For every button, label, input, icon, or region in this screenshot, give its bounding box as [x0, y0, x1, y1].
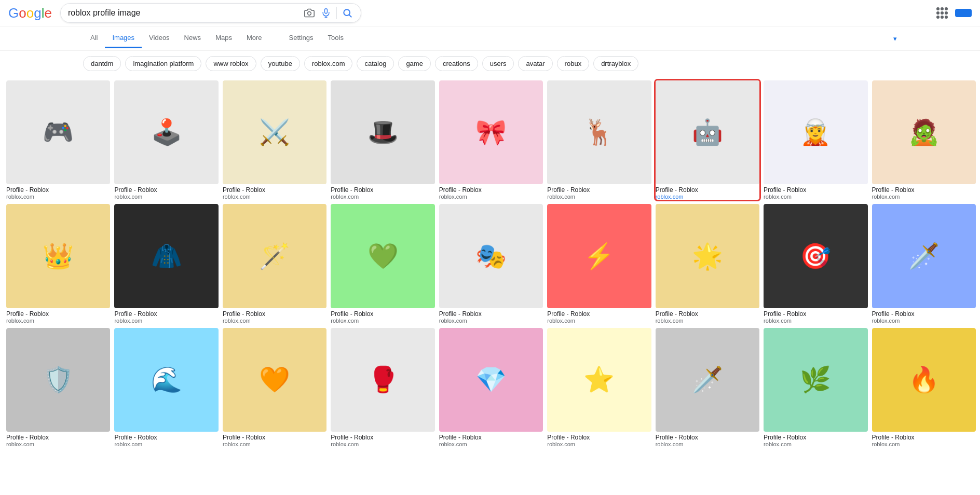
image-thumbnail: 🤖: [656, 80, 759, 184]
tab-maps[interactable]: Maps: [208, 29, 239, 48]
image-card[interactable]: 🎮Profile - Robloxroblox.com: [6, 80, 110, 200]
image-character-icon: 💎: [475, 367, 507, 392]
image-character-icon: 🦌: [583, 120, 615, 145]
image-source: roblox.com: [656, 318, 759, 324]
filter-chip-3[interactable]: youtube: [261, 56, 300, 71]
image-source: roblox.com: [872, 194, 976, 200]
image-card[interactable]: 🧡Profile - Robloxroblox.com: [223, 328, 326, 447]
image-source: roblox.com: [6, 318, 110, 324]
tab-images[interactable]: Images: [105, 29, 142, 48]
tab-tools[interactable]: Tools: [321, 29, 351, 48]
image-card[interactable]: 🌟Profile - Robloxroblox.com: [656, 204, 759, 323]
search-button[interactable]: [341, 7, 353, 19]
filter-chip-10[interactable]: robux: [557, 56, 590, 71]
tab-settings[interactable]: Settings: [282, 29, 321, 48]
image-title: Profile - Roblox: [331, 186, 434, 194]
logo-o1: o: [19, 5, 26, 21]
header-right: [936, 7, 972, 19]
image-card[interactable]: 💎Profile - Robloxroblox.com: [439, 328, 543, 447]
image-thumbnail: 🕹️: [114, 80, 218, 184]
image-source: roblox.com: [547, 318, 651, 324]
image-card[interactable]: 🌿Profile - Robloxroblox.com: [764, 328, 867, 447]
image-title: Profile - Roblox: [656, 310, 759, 318]
image-card[interactable]: 🔥Profile - Robloxroblox.com: [872, 328, 976, 447]
image-source: roblox.com: [223, 318, 326, 324]
filter-chip-11[interactable]: drtrayblox: [593, 56, 638, 71]
image-source: roblox.com: [656, 441, 759, 447]
image-source: roblox.com: [547, 441, 651, 447]
image-title: Profile - Roblox: [223, 186, 326, 194]
camera-search-button[interactable]: [303, 7, 316, 19]
image-title: Profile - Roblox: [656, 434, 759, 441]
image-source: roblox.com: [331, 441, 434, 447]
voice-search-button[interactable]: [320, 7, 332, 19]
image-character-icon: 🎩: [367, 120, 399, 145]
image-character-icon: 🌿: [800, 367, 831, 392]
logo-g: G: [8, 5, 19, 21]
tab-more[interactable]: More: [239, 29, 269, 48]
filter-chip-2[interactable]: www roblox: [206, 56, 256, 71]
image-source: roblox.com: [223, 194, 326, 200]
image-title: Profile - Roblox: [439, 186, 543, 194]
image-source: roblox.com: [439, 194, 543, 200]
image-character-icon: 🎯: [800, 244, 831, 269]
image-card[interactable]: 🧥Profile - Robloxroblox.com: [114, 204, 218, 323]
image-card[interactable]: 🤖Profile - Robloxroblox.com: [656, 80, 759, 200]
filter-bar: dantdmimagination platformwww robloxyout…: [0, 51, 980, 76]
filter-chip-5[interactable]: catalog: [357, 56, 394, 71]
image-thumbnail: 🎩: [331, 80, 434, 184]
filter-chip-4[interactable]: roblox.com: [304, 56, 353, 71]
image-source: roblox.com: [764, 441, 867, 447]
filter-chip-0[interactable]: dantdm: [83, 56, 121, 71]
filter-chip-9[interactable]: avatar: [518, 56, 552, 71]
apps-grid-button[interactable]: [936, 7, 948, 19]
nav-bar: All Images Videos News Maps More Setting…: [0, 26, 980, 51]
image-card[interactable]: ⚔️Profile - Robloxroblox.com: [223, 80, 326, 200]
image-thumbnail: 🧡: [223, 328, 326, 432]
tab-videos[interactable]: Videos: [142, 29, 177, 48]
image-character-icon: 🧡: [259, 367, 290, 392]
image-card[interactable]: 🗡️Profile - Robloxroblox.com: [656, 328, 759, 447]
image-title: Profile - Roblox: [439, 310, 543, 318]
image-card[interactable]: 🗡️Profile - Robloxroblox.com: [872, 204, 976, 323]
image-card[interactable]: 🧝Profile - Robloxroblox.com: [764, 80, 867, 200]
image-card[interactable]: ⭐Profile - Robloxroblox.com: [547, 328, 651, 447]
image-card[interactable]: 🦌Profile - Robloxroblox.com: [547, 80, 651, 200]
image-card[interactable]: 🕹️Profile - Robloxroblox.com: [114, 80, 218, 200]
filter-chip-8[interactable]: users: [482, 56, 514, 71]
search-input[interactable]: [68, 8, 298, 18]
filter-chip-6[interactable]: game: [398, 56, 431, 71]
image-card[interactable]: 🛡️Profile - Robloxroblox.com: [6, 328, 110, 447]
image-card[interactable]: 🥊Profile - Robloxroblox.com: [331, 328, 434, 447]
logo-e: e: [44, 5, 51, 21]
image-source: roblox.com: [656, 194, 759, 200]
image-character-icon: 🧝: [800, 120, 831, 145]
image-card[interactable]: 🎭Profile - Robloxroblox.com: [439, 204, 543, 323]
image-title: Profile - Roblox: [547, 186, 651, 194]
safe-search[interactable]: ▾: [892, 35, 897, 43]
tab-all[interactable]: All: [83, 29, 105, 48]
image-card[interactable]: 👑Profile - Robloxroblox.com: [6, 204, 110, 323]
sign-in-button[interactable]: [955, 9, 972, 17]
image-title: Profile - Roblox: [764, 186, 867, 194]
image-card[interactable]: 🌊Profile - Robloxroblox.com: [114, 328, 218, 447]
image-card[interactable]: 💚Profile - Robloxroblox.com: [331, 204, 434, 323]
image-thumbnail: 💚: [331, 204, 434, 308]
google-logo[interactable]: Google: [8, 5, 52, 21]
image-character-icon: 🗡️: [908, 244, 940, 269]
filter-chip-7[interactable]: creations: [435, 56, 478, 71]
image-card[interactable]: 🎯Profile - Robloxroblox.com: [764, 204, 867, 323]
image-card[interactable]: 🎀Profile - Robloxroblox.com: [439, 80, 543, 200]
image-source: roblox.com: [764, 194, 867, 200]
filter-chip-1[interactable]: imagination platform: [125, 56, 201, 71]
image-thumbnail: ⚔️: [223, 80, 326, 184]
image-card[interactable]: 🎩Profile - Robloxroblox.com: [331, 80, 434, 200]
image-title: Profile - Roblox: [223, 310, 326, 318]
image-card[interactable]: 🪄Profile - Robloxroblox.com: [223, 204, 326, 323]
image-character-icon: ⚡: [583, 244, 615, 269]
tab-news[interactable]: News: [177, 29, 209, 48]
image-card[interactable]: ⚡Profile - Robloxroblox.com: [547, 204, 651, 323]
image-title: Profile - Roblox: [764, 310, 867, 318]
image-card[interactable]: 🧟Profile - Robloxroblox.com: [872, 80, 976, 200]
image-thumbnail: 🥊: [331, 328, 434, 432]
